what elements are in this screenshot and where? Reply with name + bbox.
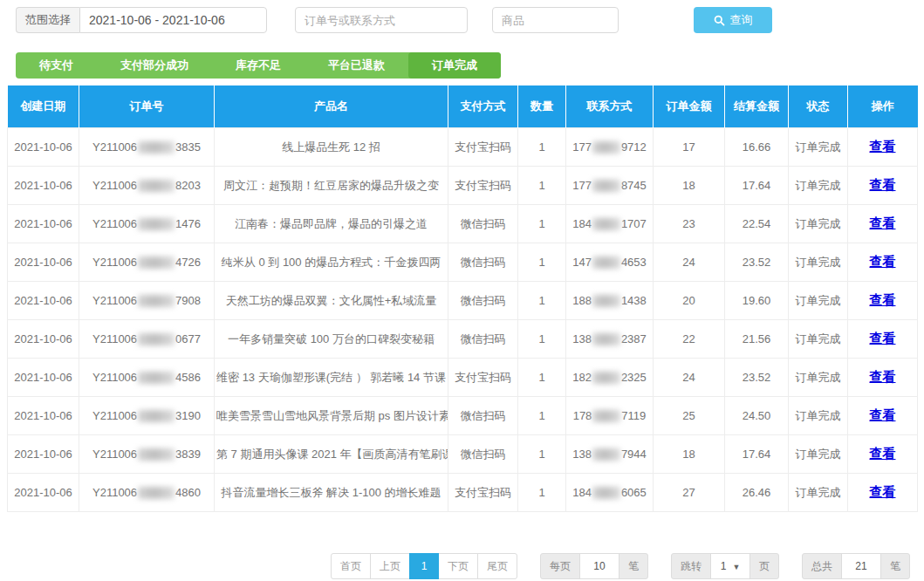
view-link[interactable]: 查看 bbox=[870, 254, 896, 269]
phone-prefix: 138 bbox=[572, 332, 592, 345]
phone-prefix: 147 bbox=[572, 256, 592, 269]
masked-order-digits bbox=[138, 410, 175, 422]
status-tab[interactable]: 待支付 bbox=[16, 52, 97, 79]
cell-contact: 1474653 bbox=[566, 243, 654, 282]
order-number-prefix: Y211006 bbox=[92, 140, 137, 154]
date-range-input[interactable] bbox=[79, 7, 267, 33]
prev-page-button[interactable]: 上页 bbox=[370, 553, 410, 579]
per-page-unit-label: 笔 bbox=[619, 553, 648, 579]
cell-status: 订单完成 bbox=[789, 320, 848, 359]
cell-settle-amount: 22.54 bbox=[725, 205, 789, 243]
column-header: 操作 bbox=[848, 85, 918, 128]
cell-status: 订单完成 bbox=[789, 282, 848, 320]
cell-order-number: Y2110064586 bbox=[79, 359, 215, 397]
next-page-button[interactable]: 下页 bbox=[438, 553, 478, 579]
column-header: 联系方式 bbox=[566, 85, 654, 128]
cell-order-amount: 18 bbox=[654, 167, 725, 205]
cell-status: 订单完成 bbox=[789, 205, 848, 243]
cell-product-name: 第 7 期通用头像课 2021 年【画质高清有笔刷课件】 bbox=[215, 435, 448, 474]
column-header: 支付方式 bbox=[448, 85, 518, 128]
table-row: 2021-10-06 Y2110067908 天然工坊的爆品双翼：文化属性+私域… bbox=[8, 282, 918, 320]
view-link[interactable]: 查看 bbox=[870, 369, 896, 384]
cell-quantity: 1 bbox=[518, 128, 566, 167]
table-row: 2021-10-06 Y2110064586 维密 13 天瑜伽塑形课(完结 ）… bbox=[8, 359, 918, 397]
cell-order-amount: 27 bbox=[654, 474, 725, 512]
cell-product-name: 唯美雪景雪山雪地风景背景后期 ps 图片设计素材 bbox=[215, 397, 448, 435]
first-page-button[interactable]: 首页 bbox=[331, 553, 371, 579]
view-link[interactable]: 查看 bbox=[870, 139, 896, 154]
per-page-input[interactable]: 10 bbox=[579, 553, 619, 579]
column-header: 订单金额 bbox=[654, 85, 725, 128]
cell-product-name: 一年多销量突破 100 万台的口碑裂变秘籍 bbox=[215, 320, 448, 359]
cell-create-date: 2021-10-06 bbox=[8, 359, 79, 397]
column-header: 产品名 bbox=[215, 85, 448, 128]
cell-order-number: Y2110063839 bbox=[79, 435, 215, 474]
view-link[interactable]: 查看 bbox=[870, 446, 896, 461]
phone-suffix: 6065 bbox=[621, 486, 647, 499]
cell-contact: 1387944 bbox=[566, 435, 654, 474]
cell-order-number: Y2110064726 bbox=[79, 243, 215, 282]
phone-prefix: 178 bbox=[573, 409, 592, 422]
cell-action: 查看 bbox=[848, 435, 918, 474]
cell-action: 查看 bbox=[848, 167, 918, 205]
cell-order-number: Y2110068203 bbox=[79, 167, 215, 205]
cell-quantity: 1 bbox=[518, 167, 566, 205]
cell-action: 查看 bbox=[848, 128, 918, 167]
cell-create-date: 2021-10-06 bbox=[8, 205, 79, 243]
last-page-button[interactable]: 尾页 bbox=[477, 553, 517, 579]
order-number-suffix: 1476 bbox=[175, 217, 201, 230]
jump-page-select[interactable]: 1▼ bbox=[710, 553, 750, 579]
column-header: 结算金额 bbox=[725, 85, 789, 128]
cell-action: 查看 bbox=[848, 320, 918, 359]
view-link[interactable]: 查看 bbox=[870, 292, 896, 307]
cell-create-date: 2021-10-06 bbox=[8, 243, 79, 282]
phone-suffix: 8745 bbox=[621, 179, 647, 192]
cell-product-name: 江南春：爆品即品牌，爆品的引爆之道 bbox=[215, 205, 448, 243]
phone-suffix: 7944 bbox=[621, 448, 647, 461]
cell-order-number: Y2110064860 bbox=[79, 474, 215, 512]
status-tab[interactable]: 支付部分成功 bbox=[97, 52, 212, 79]
masked-phone-digits bbox=[592, 448, 620, 461]
view-link[interactable]: 查看 bbox=[870, 177, 896, 192]
status-tab[interactable]: 订单完成 bbox=[408, 52, 501, 79]
cell-settle-amount: 17.64 bbox=[725, 435, 789, 474]
masked-order-digits bbox=[138, 487, 175, 499]
cell-contact: 1841707 bbox=[566, 205, 654, 243]
order-management-page: 范围选择 查询 待支付 支付部分成功 库存不足 平台已退款 订单完成 创建日期订… bbox=[0, 0, 924, 579]
cell-contact: 1881438 bbox=[566, 282, 654, 320]
table-row: 2021-10-06 Y2110068203 周文江：超预期！红豆居家的爆品升级… bbox=[8, 167, 918, 205]
chevron-down-icon: ▼ bbox=[732, 563, 740, 571]
view-link[interactable]: 查看 bbox=[870, 484, 896, 499]
table-header-row: 创建日期订单号产品名支付方式数量联系方式订单金额结算金额状态操作 bbox=[8, 85, 918, 128]
jump-page-value: 1 bbox=[721, 560, 727, 572]
table-row: 2021-10-06 Y2110063835 线上爆品生死 12 招 支付宝扫码… bbox=[8, 128, 918, 167]
phone-prefix: 182 bbox=[572, 371, 592, 384]
cell-create-date: 2021-10-06 bbox=[8, 397, 79, 435]
masked-phone-digits bbox=[592, 333, 620, 345]
order-search-input[interactable] bbox=[295, 7, 468, 33]
order-number-suffix: 4586 bbox=[175, 371, 201, 384]
phone-prefix: 188 bbox=[572, 294, 592, 307]
table-row: 2021-10-06 Y2110060677 一年多销量突破 100 万台的口碑… bbox=[8, 320, 918, 359]
view-link[interactable]: 查看 bbox=[870, 215, 896, 230]
cell-status: 订单完成 bbox=[789, 167, 848, 205]
view-link[interactable]: 查看 bbox=[870, 331, 896, 345]
cell-contact: 1382387 bbox=[566, 320, 654, 359]
current-page-button[interactable]: 1 bbox=[409, 553, 439, 579]
order-number-suffix: 3839 bbox=[175, 448, 201, 461]
status-tab[interactable]: 库存不足 bbox=[212, 52, 305, 79]
view-link[interactable]: 查看 bbox=[870, 407, 896, 422]
cell-order-number: Y2110063835 bbox=[79, 128, 215, 167]
cell-pay-method: 微信扫码 bbox=[448, 320, 518, 359]
pager-group: 首页 上页 1 下页 尾页 bbox=[331, 553, 517, 579]
search-button[interactable]: 查询 bbox=[694, 7, 772, 33]
cell-quantity: 1 bbox=[518, 205, 566, 243]
phone-prefix: 177 bbox=[572, 140, 592, 154]
cell-product-name: 周文江：超预期！红豆居家的爆品升级之变 bbox=[215, 167, 448, 205]
cell-order-amount: 25 bbox=[654, 397, 725, 435]
cell-quantity: 1 bbox=[518, 435, 566, 474]
product-search-input[interactable] bbox=[492, 7, 619, 33]
column-header: 创建日期 bbox=[8, 85, 79, 128]
status-tab[interactable]: 平台已退款 bbox=[305, 52, 408, 79]
filter-bar: 范围选择 查询 bbox=[0, 0, 924, 33]
